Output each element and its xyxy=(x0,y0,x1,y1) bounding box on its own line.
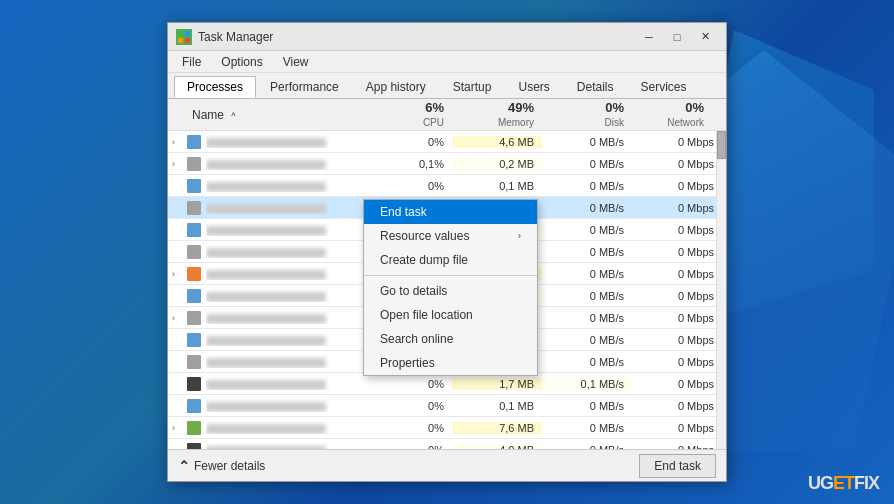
net-val: 0 Mbps xyxy=(632,246,722,258)
process-icon xyxy=(186,332,202,348)
row-expand-icon[interactable]: › xyxy=(172,137,186,147)
col-header-memory[interactable]: 49% Memory xyxy=(452,100,542,129)
table-row[interactable]: 0% 0,1 MB 0 MB/s 0 Mbps xyxy=(168,175,726,197)
row-expand-icon[interactable]: › xyxy=(172,423,186,433)
ctx-search-online-label: Search online xyxy=(380,332,453,346)
watermark-ug: UG xyxy=(808,473,833,494)
close-button[interactable]: ✕ xyxy=(692,27,718,47)
process-icon xyxy=(186,354,202,370)
mem-val: 4,6 MB xyxy=(452,136,542,148)
disk-val: 0 MB/s xyxy=(542,158,632,170)
process-icon xyxy=(186,310,202,326)
table-row[interactable]: 0% 4,0 MB 0 MB/s 0 Mbps xyxy=(168,439,726,449)
app-icon xyxy=(176,29,192,45)
process-name xyxy=(206,377,362,389)
disk-val: 0 MB/s xyxy=(542,290,632,302)
disk-val: 0 MB/s xyxy=(542,400,632,412)
minimize-button[interactable]: ─ xyxy=(636,27,662,47)
col-header-name[interactable]: Name ^ xyxy=(172,108,362,122)
process-name xyxy=(206,289,362,301)
submenu-arrow-icon: › xyxy=(518,231,521,241)
mem-val: 0,1 MB xyxy=(452,400,542,412)
net-val: 0 Mbps xyxy=(632,290,722,302)
col-header-network[interactable]: 0% Network xyxy=(632,100,722,129)
process-name xyxy=(206,443,362,449)
ctx-properties[interactable]: Properties xyxy=(364,351,537,375)
table-row[interactable]: › 0% 4,6 MB 0 MB/s 0 Mbps xyxy=(168,131,726,153)
tab-users[interactable]: Users xyxy=(505,76,562,98)
net-val: 0 Mbps xyxy=(632,444,722,450)
ctx-open-location-label: Open file location xyxy=(380,308,473,322)
process-icon xyxy=(186,200,202,216)
process-name xyxy=(206,157,362,169)
net-val: 0 Mbps xyxy=(632,180,722,192)
process-name xyxy=(206,355,362,367)
table-row[interactable]: › 0% 7,6 MB 0 MB/s 0 Mbps xyxy=(168,417,726,439)
disk-val: 0 MB/s xyxy=(542,202,632,214)
menu-view[interactable]: View xyxy=(275,53,317,71)
mem-val: 1,7 MB xyxy=(452,378,542,390)
restore-button[interactable]: □ xyxy=(664,27,690,47)
svg-rect-0 xyxy=(178,31,183,36)
menu-options[interactable]: Options xyxy=(213,53,270,71)
ctx-create-dump[interactable]: Create dump file xyxy=(364,248,537,272)
end-task-button[interactable]: End task xyxy=(639,454,716,478)
tab-performance[interactable]: Performance xyxy=(257,76,352,98)
row-expand-icon[interactable]: › xyxy=(172,313,186,323)
scrollbar-track[interactable] xyxy=(716,131,726,449)
table-row[interactable]: › 0,1% 0,2 MB 0 MB/s 0 Mbps xyxy=(168,153,726,175)
scrollbar-thumb[interactable] xyxy=(717,131,726,159)
ctx-go-details[interactable]: Go to details xyxy=(364,279,537,303)
process-name xyxy=(206,267,362,279)
net-val: 0 Mbps xyxy=(632,422,722,434)
table-row[interactable]: 0% 0,1 MB 0 MB/s 0 Mbps xyxy=(168,395,726,417)
tab-app-history[interactable]: App history xyxy=(353,76,439,98)
row-expand-icon[interactable]: › xyxy=(172,269,186,279)
process-icon xyxy=(186,134,202,150)
tab-processes[interactable]: Processes xyxy=(174,76,256,98)
watermark-fix: FIX xyxy=(854,473,879,494)
process-name xyxy=(206,135,362,147)
ctx-separator xyxy=(364,275,537,276)
col-header-cpu[interactable]: 6% CPU xyxy=(362,100,452,129)
process-icon xyxy=(186,376,202,392)
net-val: 0 Mbps xyxy=(632,312,722,324)
title-bar: Task Manager ─ □ ✕ xyxy=(168,23,726,51)
disk-val: 0,1 MB/s xyxy=(542,378,632,390)
net-val: 0 Mbps xyxy=(632,356,722,368)
disk-val: 0 MB/s xyxy=(542,422,632,434)
ctx-end-task-label: End task xyxy=(380,205,427,219)
svg-rect-2 xyxy=(178,38,183,43)
process-icon xyxy=(186,156,202,172)
row-expand-icon[interactable]: › xyxy=(172,159,186,169)
net-val: 0 Mbps xyxy=(632,268,722,280)
mem-val: 7,6 MB xyxy=(452,422,542,434)
disk-val: 0 MB/s xyxy=(542,180,632,192)
net-val: 0 Mbps xyxy=(632,378,722,390)
process-icon xyxy=(186,288,202,304)
col-header-disk[interactable]: 0% Disk xyxy=(542,100,632,129)
process-table: › 0% 4,6 MB 0 MB/s 0 Mbps › 0,1% 0,2 MB … xyxy=(168,131,726,449)
cpu-val: 0,1% xyxy=(362,158,452,170)
disk-val: 0 MB/s xyxy=(542,334,632,346)
ctx-create-dump-label: Create dump file xyxy=(380,253,468,267)
watermark-et: ET xyxy=(833,473,854,494)
ctx-open-location[interactable]: Open file location xyxy=(364,303,537,327)
process-name xyxy=(206,201,362,213)
disk-val: 0 MB/s xyxy=(542,224,632,236)
ctx-search-online[interactable]: Search online xyxy=(364,327,537,351)
ctx-resource-values[interactable]: Resource values › xyxy=(364,224,537,248)
menu-file[interactable]: File xyxy=(174,53,209,71)
tab-services[interactable]: Services xyxy=(628,76,700,98)
cpu-val: 0% xyxy=(362,136,452,148)
fewer-details-button[interactable]: ⌃ Fewer details xyxy=(178,458,265,474)
net-val: 0 Mbps xyxy=(632,224,722,236)
tab-details[interactable]: Details xyxy=(564,76,627,98)
process-icon xyxy=(186,420,202,436)
context-menu: End task Resource values › Create dump f… xyxy=(363,199,538,376)
ctx-end-task[interactable]: End task xyxy=(364,200,537,224)
cpu-val: 0% xyxy=(362,444,452,450)
mem-val: 4,0 MB xyxy=(452,444,542,450)
table-row[interactable]: 0% 1,7 MB 0,1 MB/s 0 Mbps xyxy=(168,373,726,395)
tab-startup[interactable]: Startup xyxy=(440,76,505,98)
